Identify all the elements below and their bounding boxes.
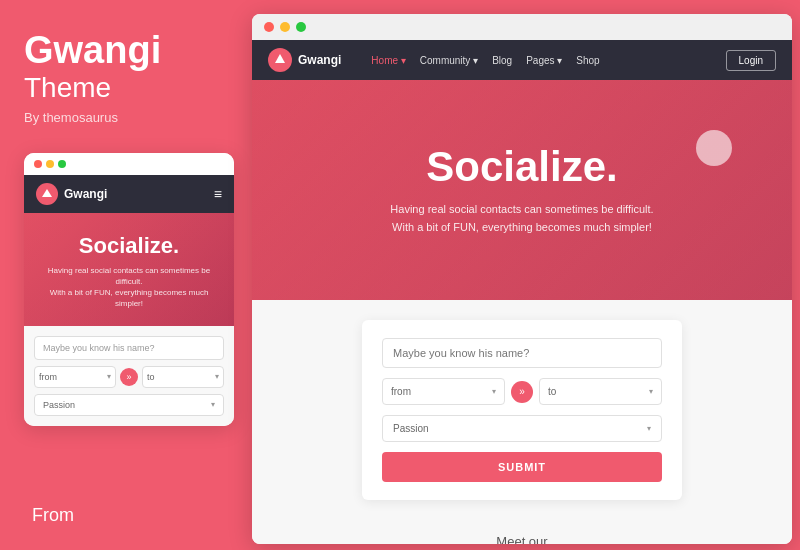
- chevron-down-icon: ▾: [649, 387, 653, 396]
- mobile-to-select[interactable]: to ▾: [142, 366, 224, 388]
- mobile-arrow-button[interactable]: »: [120, 368, 138, 386]
- desktop-passion-row: Passion ▾: [382, 415, 662, 442]
- desktop-hero-title: Socialize.: [426, 143, 617, 191]
- desktop-passion-select[interactable]: Passion ▾: [382, 415, 662, 442]
- mobile-mockup: Gwangi ≡ Socialize. Having real social c…: [24, 153, 234, 426]
- mobile-logo-triangle: [42, 189, 52, 197]
- brand-by: By themosaurus: [24, 110, 224, 125]
- desktop-name-input[interactable]: [382, 338, 662, 368]
- mobile-from-select[interactable]: from ▾: [34, 366, 116, 388]
- desktop-nav: Gwangi Home ▾ Community ▾ Blog Pages ▾ S…: [252, 40, 792, 80]
- desktop-hero-circle-decoration: [696, 130, 732, 166]
- desktop-nav-name: Gwangi: [298, 53, 341, 67]
- mobile-form-area: Maybe you know his name? from ▾ » to ▾ P…: [24, 326, 234, 426]
- desktop-hero: Socialize. Having real social contacts c…: [252, 80, 792, 300]
- mobile-top-bar: [24, 153, 234, 175]
- desktop-nav-links: Home ▾ Community ▾ Blog Pages ▾ Shop: [371, 55, 705, 66]
- mobile-hero-text: Having real social contacts can sometime…: [36, 265, 222, 310]
- mobile-nav-logo-icon: [36, 183, 58, 205]
- desktop-members-title: Meet our: [268, 534, 776, 544]
- mobile-dots: [34, 160, 66, 168]
- mobile-dot-yellow: [46, 160, 54, 168]
- brand-subtitle: Theme: [24, 72, 224, 104]
- desktop-from-select[interactable]: from ▾: [382, 378, 505, 405]
- nav-link-community[interactable]: Community ▾: [420, 55, 478, 66]
- mobile-dot-red: [34, 160, 42, 168]
- desktop-dot-green: [296, 22, 306, 32]
- desktop-dot-yellow: [280, 22, 290, 32]
- desktop-form-card: from ▾ » to ▾ Passion ▾ SUBMIT: [362, 320, 682, 500]
- nav-link-blog[interactable]: Blog: [492, 55, 512, 66]
- mobile-passion-select[interactable]: Passion ▾: [34, 394, 224, 416]
- desktop-dot-red: [264, 22, 274, 32]
- mobile-nav-brand: Gwangi: [36, 183, 107, 205]
- desktop-members-section: Meet our Active Members: [252, 520, 792, 544]
- desktop-submit-button[interactable]: SUBMIT: [382, 452, 662, 482]
- desktop-top-bar: [252, 14, 792, 40]
- desktop-nav-logo-icon: [268, 48, 292, 72]
- desktop-arrow-button[interactable]: »: [511, 381, 533, 403]
- mobile-hero: Socialize. Having real social contacts c…: [24, 213, 234, 326]
- chevron-down-icon: ▾: [107, 372, 111, 381]
- desktop-selects-row: from ▾ » to ▾: [382, 378, 662, 405]
- chevron-down-icon: ▾: [215, 372, 219, 381]
- desktop-nav-brand: Gwangi: [268, 48, 341, 72]
- desktop-logo-triangle: [275, 54, 285, 63]
- desktop-to-select[interactable]: to ▾: [539, 378, 662, 405]
- mobile-nav: Gwangi ≡: [24, 175, 234, 213]
- chevron-down-icon: ▾: [492, 387, 496, 396]
- desktop-hero-text: Having real social contacts can sometime…: [390, 201, 653, 236]
- left-panel: Gwangi Theme By themosaurus Gwangi ≡ S: [0, 0, 248, 550]
- mobile-selects-row: from ▾ » to ▾: [34, 366, 224, 388]
- nav-link-shop[interactable]: Shop: [576, 55, 599, 66]
- mobile-nav-name: Gwangi: [64, 187, 107, 201]
- mobile-hero-title: Socialize.: [36, 233, 222, 259]
- brand-title: Gwangi: [24, 30, 224, 72]
- from-label: From: [32, 505, 74, 526]
- nav-link-home[interactable]: Home ▾: [371, 55, 405, 66]
- desktop-form-section: from ▾ » to ▾ Passion ▾ SUBMIT: [252, 300, 792, 520]
- mobile-dot-green: [58, 160, 66, 168]
- login-button[interactable]: Login: [726, 50, 776, 71]
- nav-link-pages[interactable]: Pages ▾: [526, 55, 562, 66]
- mobile-name-input[interactable]: Maybe you know his name?: [34, 336, 224, 360]
- chevron-down-icon: ▾: [211, 400, 215, 409]
- mobile-hamburger-icon[interactable]: ≡: [214, 186, 222, 202]
- chevron-down-icon: ▾: [647, 424, 651, 433]
- desktop-mockup: Gwangi Home ▾ Community ▾ Blog Pages ▾ S…: [252, 14, 792, 544]
